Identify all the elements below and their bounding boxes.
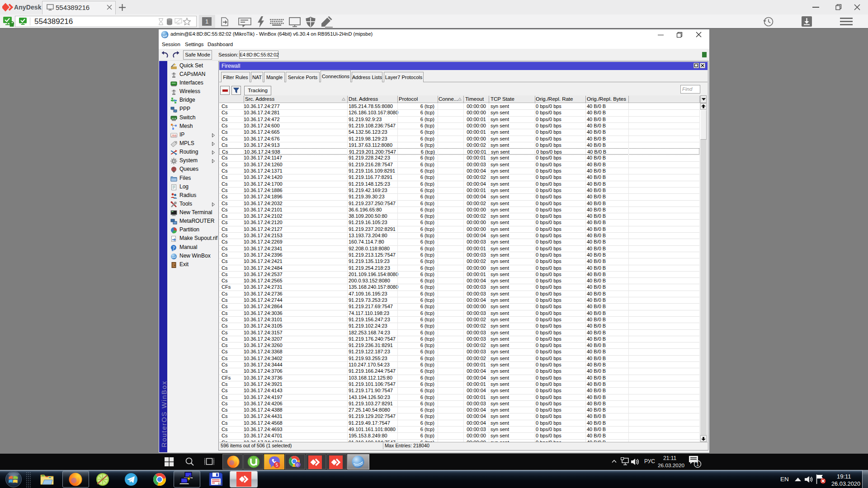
svg-text:1: 1 [696,461,699,467]
svg-text:0: 0 [296,462,298,467]
svg-text:255: 255 [171,134,177,137]
svg-text:64: 64 [218,482,222,486]
svg-text:?: ? [173,245,175,250]
svg-text:5: 5 [276,463,278,468]
